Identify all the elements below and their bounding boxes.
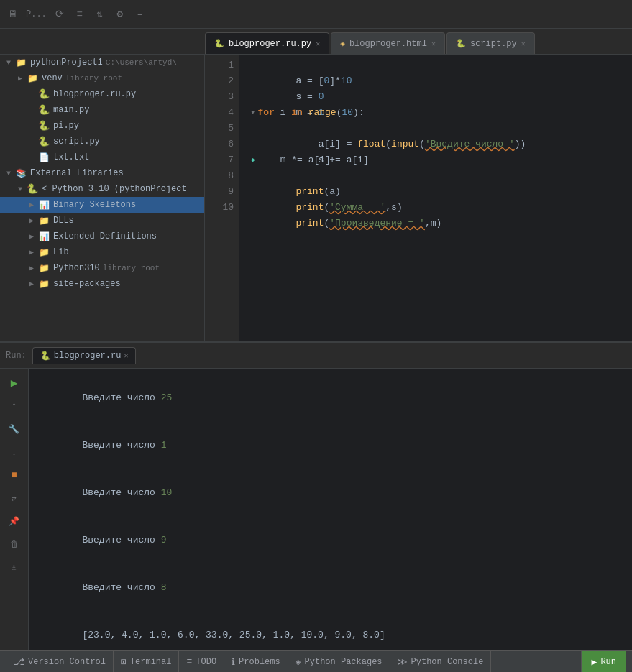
code-token: ]* [329, 75, 341, 86]
fold-icon[interactable]: ▼ [251, 105, 255, 121]
run-label: Run: [6, 351, 27, 361]
code-token: = [301, 91, 318, 102]
sidebar-item-binary-skeletons[interactable]: ▶ 📊 Binary Skeletons [0, 197, 204, 213]
list-icon[interactable]: ≡ [73, 7, 87, 22]
code-token: = [ [301, 75, 324, 86]
status-label-run: Run [600, 657, 616, 667]
sidebar-item-venv[interactable]: ▶ 📁 venv library root [0, 70, 204, 86]
line-num-5: 5 [205, 121, 234, 137]
settings-icon[interactable]: ⚙ [113, 7, 127, 22]
run-play-button[interactable]: ▶ [6, 374, 23, 392]
status-item-run[interactable]: ▶ Run [581, 651, 626, 673]
tab-script-py[interactable]: 🐍 script.py ✕ [446, 32, 535, 54]
html-icon: ◈ [340, 39, 345, 48]
sidebar-label-blogproger-py: blogproger.ru.py [53, 89, 136, 99]
sidebar-item-python310[interactable]: ▼ 🐍 < Python 3.10 (pythonProject [0, 181, 204, 197]
sidebar-item-site-packages[interactable]: ▶ 📁 site-packages [0, 276, 204, 292]
sidebar-item-lib[interactable]: ▶ 📁 Lib [0, 244, 204, 260]
status-item-terminal[interactable]: ⊡ Terminal [114, 651, 179, 673]
folder-icon-lib: 📁 [37, 246, 50, 259]
sidebar-item-external-libs[interactable]: ▼ 📚 External Libraries [0, 165, 204, 181]
refresh-icon[interactable]: ⟳ [52, 7, 67, 22]
sidebar-label-txt: txt.txt [53, 152, 89, 162]
minimize-icon[interactable]: – [133, 7, 147, 22]
run-rerun-button[interactable]: ⇄ [6, 489, 23, 507]
code-token: print [296, 202, 324, 213]
console-output[interactable]: Введите число 25 Введите число 1 Введите… [29, 369, 632, 650]
status-item-python-console[interactable]: ≫ Python Console [390, 651, 492, 673]
folder-icon-dlls: 📁 [37, 214, 50, 227]
code-token: a [329, 186, 335, 197]
arrow-dlls: ▶ [26, 215, 37, 226]
align-icon[interactable]: ⇅ [93, 7, 107, 22]
chart-icon-binary: 📊 [37, 198, 50, 211]
sidebar-item-main-py[interactable]: 🐍 main.py [0, 102, 204, 118]
line-numbers: 1 2 3 4 5 6 7 8 9 10 [205, 55, 239, 341]
sidebar-item-pythonproject1[interactable]: ▼ 📁 pythonProject1 C:\Users\artyd\ [0, 55, 204, 70]
sidebar-item-pi-py[interactable]: 🐍 pi.py [0, 118, 204, 134]
code-token: 'Произведение = ' [329, 218, 425, 229]
py-icon-pi: 🐍 [37, 119, 50, 132]
run-down-button[interactable]: ↓ [6, 443, 23, 461]
status-item-problems[interactable]: ℹ Problems [224, 651, 288, 673]
status-item-version-control[interactable]: ⎇ Version Control [6, 651, 114, 673]
sidebar-label-extended-defs: Extended Definitions [53, 231, 157, 241]
run-anchor-button[interactable]: ⚓ [6, 558, 23, 576]
run-pin-button[interactable]: 📌 [6, 512, 23, 530]
sidebar-item-blogproger-py[interactable]: 🐍 blogproger.ru.py [0, 86, 204, 102]
run-wrench-button[interactable]: 🔧 [6, 420, 23, 438]
console-prompt: Введите число [82, 582, 160, 593]
sidebar-badge-python310-lib: library root [103, 264, 160, 272]
code-line-8: print(a) [251, 168, 632, 184]
code-token: in [291, 105, 303, 121]
sidebar-label-pythonproject1: pythonProject1 [30, 57, 103, 68]
arrow-extended-defs: ▶ [26, 231, 37, 242]
code-content[interactable]: a = [0]*10 s = 0 m = 1 ▼ for i in range(… [239, 55, 632, 341]
tab-blogproger-html[interactable]: ◈ blogproger.html ✕ [331, 32, 445, 54]
code-token: 0 [319, 91, 324, 102]
sidebar-item-extended-defs[interactable]: ▶ 📊 Extended Definitions [0, 229, 204, 244]
tab-close-script-py[interactable]: ✕ [521, 40, 526, 48]
run-tab-blogproger[interactable]: 🐍 blogproger.ru ✕ [32, 347, 137, 364]
code-token: , [425, 218, 431, 229]
line-num-1: 1 [205, 57, 234, 73]
run-stop-button[interactable]: ■ [6, 466, 23, 484]
code-token: ) [397, 202, 403, 213]
run-tab-close[interactable]: ✕ [124, 351, 128, 360]
sidebar-label-python310-lib: Python310 [53, 263, 100, 273]
status-item-todo[interactable]: ≡ TODO [179, 651, 224, 673]
code-line-4: ▼ for i in range(10): [251, 105, 632, 121]
status-item-python-packages[interactable]: ◈ Python Packages [288, 651, 390, 673]
sidebar-label-pi-py: pi.py [53, 121, 79, 131]
toolbar-title: P... [26, 9, 47, 19]
code-token: m [431, 218, 436, 229]
console-output-array: [23.0, 4.0, 1.0, 6.0, 33.0, 25.0, 1.0, 1… [82, 630, 385, 640]
sidebar-label-binary-skeletons: Binary Skeletons [53, 200, 136, 210]
sidebar-item-script-py[interactable]: 🐍 script.py [0, 134, 204, 149]
sidebar-label-external-libs: External Libraries [30, 168, 124, 178]
version-control-icon: ⎇ [14, 656, 24, 668]
console-prompt: Введите число [82, 392, 160, 403]
code-token: input [391, 139, 419, 149]
bookmark-icon: ◆ [251, 152, 255, 168]
spacer-3 [26, 120, 37, 132]
tab-label-blogproger-html: blogproger.html [349, 39, 427, 49]
sidebar-item-python310-lib[interactable]: ▶ 📁 Python310 library root [0, 260, 204, 276]
run-up-button[interactable]: ↑ [6, 397, 23, 415]
code-token: ( [419, 139, 425, 149]
console-value: 25 [161, 392, 173, 403]
folder-icon-project: 📁 [14, 56, 27, 69]
spacer-5 [26, 152, 37, 163]
tab-close-blogproger-py[interactable]: ✕ [316, 40, 320, 48]
code-token: 'Сумма = ' [329, 202, 385, 213]
tab-close-blogproger-html[interactable]: ✕ [431, 40, 436, 48]
tab-blogproger-py[interactable]: 🐍 blogproger.ru.py ✕ [205, 32, 329, 54]
code-token: ( [385, 139, 391, 149]
run-trash-button[interactable]: 🗑 [6, 535, 23, 553]
code-token: 10 [342, 105, 353, 121]
console-value: 8 [161, 582, 167, 593]
sidebar-item-txt[interactable]: 📄 txt.txt [0, 149, 204, 165]
run-sidebar: ▶ ↑ 🔧 ↓ ■ ⇄ 📌 🗑 ⚓ [0, 369, 29, 650]
sidebar-item-dlls[interactable]: ▶ 📁 DLLs [0, 213, 204, 229]
code-editor[interactable]: 1 2 3 4 5 6 7 8 9 10 a = [0]*10 s = 0 m … [205, 55, 632, 341]
